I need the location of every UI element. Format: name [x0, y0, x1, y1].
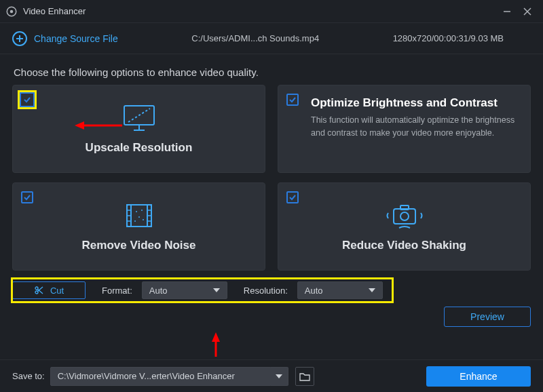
scissors-icon — [34, 286, 43, 295]
chevron-down-icon — [213, 288, 220, 292]
source-path: C:/Users/ADMI...ch Sounds.mp4 — [118, 33, 393, 43]
annotation-arrow-to-controls — [210, 332, 221, 357]
card-title: Optimize Brightness and Contrast — [311, 96, 498, 110]
svg-point-3 — [14, 9, 15, 10]
svg-marker-32 — [75, 121, 84, 130]
svg-point-30 — [400, 212, 409, 220]
format-label: Format: — [102, 286, 132, 296]
annotation-arrow-to-checkbox — [75, 120, 122, 131]
svg-marker-37 — [213, 288, 220, 292]
output-controls: Cut Format: Auto Resolution: Auto — [12, 281, 531, 299]
save-path-field[interactable]: C:\Vidmore\Vidmore V...erter\Video Enhan… — [50, 367, 272, 386]
change-source-button[interactable]: Change Source File — [12, 31, 118, 46]
change-source-label: Change Source File — [34, 33, 118, 44]
checkbox-optimize[interactable] — [286, 94, 299, 106]
svg-line-36 — [37, 287, 43, 292]
svg-marker-38 — [369, 288, 375, 292]
format-value: Auto — [149, 286, 168, 296]
svg-marker-41 — [276, 374, 282, 378]
browse-folder-button[interactable] — [295, 367, 314, 386]
resolution-select[interactable]: Auto — [297, 281, 383, 299]
svg-marker-40 — [212, 332, 220, 342]
save-path-value: C:\Vidmore\Vidmore V...erter\Video Enhan… — [58, 371, 235, 381]
svg-point-33 — [35, 287, 38, 290]
svg-rect-28 — [394, 209, 415, 224]
preview-button[interactable]: Preview — [444, 307, 531, 327]
folder-icon — [299, 372, 310, 381]
svg-point-25 — [138, 216, 140, 218]
cut-label: Cut — [50, 286, 64, 296]
app-title: Video Enhancer — [23, 6, 86, 16]
plus-circle-icon — [12, 31, 27, 46]
resolution-value: Auto — [305, 286, 323, 296]
cut-button[interactable]: Cut — [12, 281, 86, 299]
close-button[interactable] — [517, 1, 538, 22]
monitor-upscale-icon — [120, 103, 158, 133]
camera-shake-icon — [384, 201, 425, 231]
svg-point-27 — [134, 220, 136, 222]
svg-rect-29 — [400, 205, 409, 210]
card-upscale-resolution[interactable]: Upscale Resolution — [12, 85, 265, 173]
bottom-bar: Save to: C:\Vidmore\Vidmore V...erter\Vi… — [0, 359, 543, 392]
enhancement-grid: Upscale Resolution Optimize Brightness a… — [0, 85, 543, 271]
save-to-label: Save to: — [12, 371, 45, 381]
instruction-text: Choose the following options to enhance … — [0, 54, 543, 85]
source-meta: 1280x720/00:00:31/9.03 MB — [393, 33, 504, 43]
svg-line-35 — [37, 290, 43, 294]
svg-line-11 — [128, 109, 150, 122]
source-bar: Change Source File C:/Users/ADMI...ch So… — [0, 23, 543, 54]
card-title: Reduce Video Shaking — [342, 239, 466, 252]
chevron-down-icon — [369, 288, 375, 292]
svg-point-2 — [8, 9, 10, 10]
checkbox-upscale[interactable] — [20, 92, 35, 107]
checkbox-shaking[interactable] — [286, 191, 299, 203]
app-icon — [5, 5, 18, 18]
svg-point-34 — [35, 291, 38, 294]
preview-label: Preview — [470, 311, 504, 322]
save-path-dropdown[interactable] — [271, 367, 288, 386]
card-reduce-shaking[interactable]: Reduce Video Shaking — [278, 182, 531, 271]
enhance-button[interactable]: Enhance — [426, 366, 531, 387]
card-remove-noise[interactable]: Remove Video Noise — [12, 182, 265, 271]
svg-point-4 — [11, 14, 12, 15]
svg-point-24 — [141, 210, 143, 211]
card-title: Remove Video Noise — [82, 239, 196, 252]
svg-point-26 — [143, 219, 144, 220]
card-title: Upscale Resolution — [86, 141, 193, 155]
svg-point-1 — [10, 9, 14, 13]
enhance-label: Enhance — [460, 371, 497, 382]
resolution-label: Resolution: — [244, 286, 288, 296]
titlebar: Video Enhancer — [0, 0, 543, 23]
card-optimize-brightness[interactable]: Optimize Brightness and Contrast This fu… — [278, 85, 531, 173]
svg-point-23 — [136, 211, 137, 212]
format-select[interactable]: Auto — [142, 281, 227, 299]
minimize-button[interactable] — [497, 1, 517, 22]
card-description: This function will automatically optimiz… — [311, 114, 518, 140]
checkbox-noise[interactable] — [21, 191, 33, 203]
film-noise-icon — [120, 201, 158, 231]
